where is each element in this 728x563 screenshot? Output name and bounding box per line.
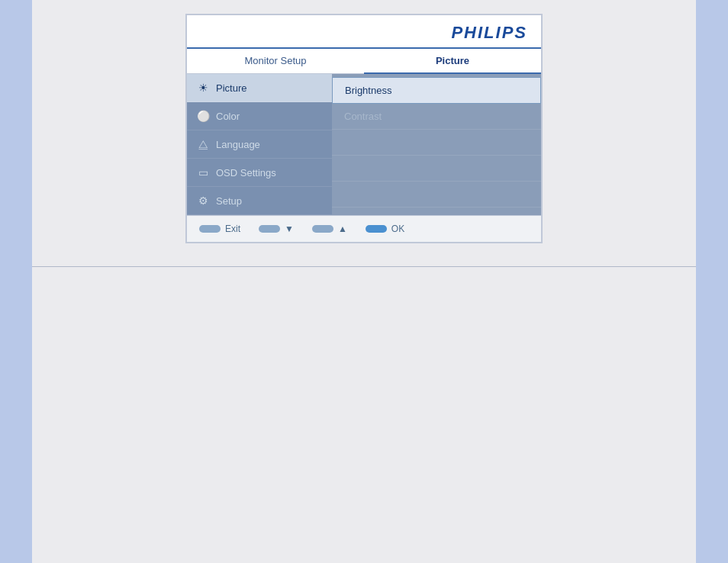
left-menu: ☀ Picture ⚪ Color ⧋ Language ▭ OSD Setti… [187,74,332,215]
main-content: PHILIPS Monitor Setup Picture ☀ Picture … [32,0,696,563]
menu-label-osd: OSD Settings [216,167,276,179]
exit-label: Exit [225,224,240,234]
right-item-4[interactable] [332,156,541,182]
down-button[interactable]: ▼ [259,224,294,234]
bottom-bar: Exit ▼ ▲ OK [187,215,541,242]
language-icon: ⧋ [196,137,210,151]
globe-icon: ⚪ [196,109,210,123]
brand-header: PHILIPS [187,15,541,49]
separator-line [32,266,696,267]
up-pill [312,225,333,233]
menu-label-picture: Picture [216,82,246,94]
ok-pill [366,225,387,233]
menu-item-setup[interactable]: ⚙ Setup [187,187,332,215]
right-item-3[interactable] [332,130,541,156]
ok-label: OK [391,224,404,234]
monitor-frame: PHILIPS Monitor Setup Picture ☀ Picture … [185,14,543,243]
menu-label-language: Language [216,139,260,150]
down-arrow-icon: ▼ [285,224,294,234]
right-item-contrast[interactable]: Contrast [332,104,541,130]
tab-bar: Monitor Setup Picture [187,49,541,74]
exit-pill [199,225,221,233]
side-panel-right [696,0,728,563]
menu-label-color: Color [216,111,240,122]
display-icon: ▭ [196,166,210,179]
philips-logo: PHILIPS [451,23,527,42]
up-arrow-icon: ▲ [338,224,347,234]
side-panel-left [0,0,32,563]
menu-area: ☀ Picture ⚪ Color ⧋ Language ▭ OSD Setti… [187,74,541,215]
gear-icon: ⚙ [196,194,210,208]
ok-button[interactable]: OK [366,224,404,234]
down-pill [259,225,280,233]
right-item-5[interactable] [332,182,541,208]
exit-button[interactable]: Exit [199,224,240,234]
sun-icon: ☀ [196,81,210,95]
menu-label-setup: Setup [216,195,242,207]
right-panel: Brightness Contrast [332,74,541,215]
menu-item-language[interactable]: ⧋ Language [187,130,332,159]
menu-item-color[interactable]: ⚪ Color [187,102,332,130]
right-item-brightness[interactable]: Brightness [332,77,541,104]
tab-monitor-setup[interactable]: Monitor Setup [187,49,364,74]
menu-item-osd-settings[interactable]: ▭ OSD Settings [187,159,332,187]
up-button[interactable]: ▲ [312,224,347,234]
menu-item-picture[interactable]: ☀ Picture [187,74,332,102]
tab-picture[interactable]: Picture [364,49,541,74]
